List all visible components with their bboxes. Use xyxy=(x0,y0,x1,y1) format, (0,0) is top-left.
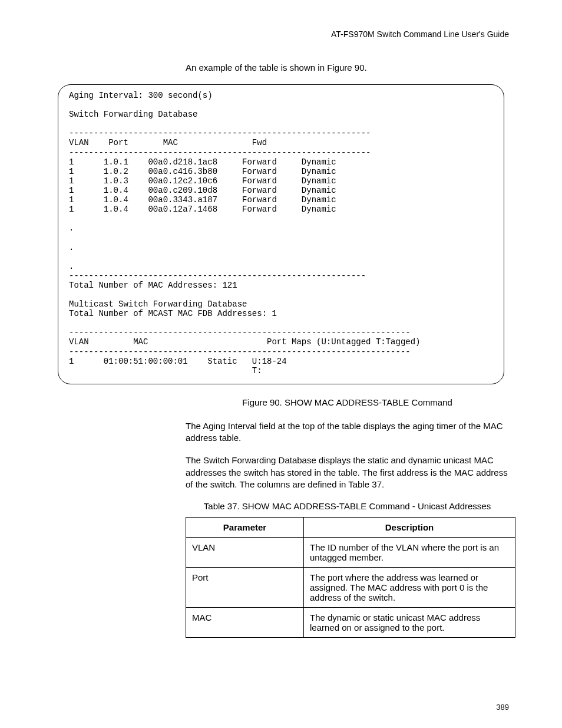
cell-param: VLAN xyxy=(186,538,304,568)
mcast-header: VLAN MAC Port Maps (U:Untagged T:Tagged) xyxy=(69,337,421,347)
th-parameter: Parameter xyxy=(186,518,304,538)
figure-caption: Figure 90. SHOW MAC ADDRESS-TABLE Comman… xyxy=(186,397,509,407)
unicast-params-table: Parameter Description VLAN The ID number… xyxy=(186,517,515,638)
divider: ----------------------------------------… xyxy=(69,148,371,157)
paragraph-2: The Switch Forwarding Database displays … xyxy=(186,454,509,490)
page-number: 389 xyxy=(53,703,509,711)
table-row: VLAN The ID number of the VLAN where the… xyxy=(186,538,515,568)
paragraph-1: The Aging Interval field at the top of t… xyxy=(186,420,509,444)
unicast-row: 1 1.0.1 00a0.d218.1ac8 Forward Dynamic xyxy=(69,157,336,167)
table-caption: Table 37. SHOW MAC ADDRESS-TABLE Command… xyxy=(186,501,509,511)
unicast-header: VLAN Port MAC Fwd xyxy=(69,138,267,147)
ellipsis: . . . xyxy=(69,223,74,271)
table-row: Port The port where the address was lear… xyxy=(186,568,515,608)
table-head-row: Parameter Description xyxy=(186,518,515,538)
mcast-row: T: xyxy=(69,366,262,375)
mcast-total: Total Number of MCAST MAC FDB Addresses:… xyxy=(69,309,277,318)
unicast-row: 1 1.0.4 00a0.12a7.1468 Forward Dynamic xyxy=(69,205,336,214)
total-mac: Total Number of MAC Addresses: 121 xyxy=(69,281,237,290)
msfd-title: Multicast Switch Forwarding Database xyxy=(69,299,247,309)
divider: ----------------------------------------… xyxy=(69,271,366,281)
document-page: AT-FS970M Switch Command Line User's Gui… xyxy=(0,0,562,728)
header-guide-title: AT-FS970M Switch Command Line User's Gui… xyxy=(53,29,509,39)
sfd-title: Switch Forwarding Database xyxy=(69,110,197,119)
unicast-row: 1 1.0.2 00a0.c416.3b80 Forward Dynamic xyxy=(69,167,336,176)
divider: ----------------------------------------… xyxy=(69,347,411,357)
cell-desc: The ID number of the VLAN where the port… xyxy=(304,538,515,568)
cell-desc: The dynamic or static unicast MAC addres… xyxy=(304,608,515,638)
aging-line: Aging Interval: 300 second(s) xyxy=(69,91,213,100)
terminal-output-box: Aging Interval: 300 second(s) Switch For… xyxy=(58,84,504,384)
table-row: MAC The dynamic or static unicast MAC ad… xyxy=(186,608,515,638)
unicast-row: 1 1.0.4 00a0.3343.a187 Forward Dynamic xyxy=(69,195,336,205)
cell-param: MAC xyxy=(186,608,304,638)
divider: ----------------------------------------… xyxy=(69,129,371,138)
unicast-row: 1 1.0.3 00a0.12c2.10c6 Forward Dynamic xyxy=(69,176,336,186)
divider: ----------------------------------------… xyxy=(69,328,411,337)
unicast-row: 1 1.0.4 00a0.c209.10d8 Forward Dynamic xyxy=(69,186,336,195)
mcast-row: 1 01:00:51:00:00:01 Static U:18-24 xyxy=(69,357,287,366)
cell-param: Port xyxy=(186,568,304,608)
th-description: Description xyxy=(304,518,515,538)
intro-text: An example of the table is shown in Figu… xyxy=(186,62,509,73)
cell-desc: The port where the address was learned o… xyxy=(304,568,515,608)
terminal-output: Aging Interval: 300 second(s) Switch For… xyxy=(69,91,493,375)
